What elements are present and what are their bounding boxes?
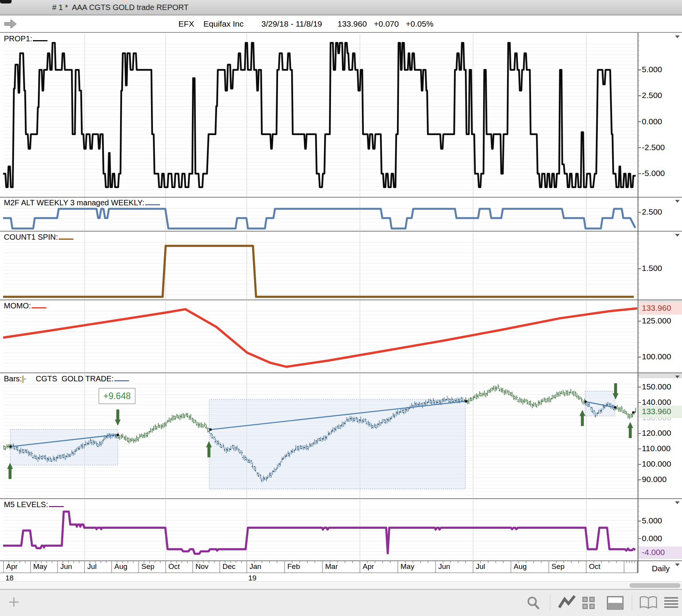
bar-style-glyph: |- — [22, 374, 26, 383]
panel-label-m2f: M2F ALT WEEKLY 3 managed WEEKLY: — [4, 198, 160, 207]
search-icon[interactable] — [524, 594, 542, 611]
signal-dot — [465, 400, 467, 403]
indicator-underscore — [33, 34, 48, 41]
signal-dot — [584, 400, 587, 403]
toolbar-separator — [632, 594, 632, 611]
signal-dot — [632, 411, 634, 413]
plus-icon[interactable] — [7, 594, 21, 610]
app-window: # 1 * AAA CGTS GOLD trade REPORT EFX Equ… — [0, 0, 682, 616]
panel-label-bars: Bars:|-CGTS GOLD TRADE: — [4, 374, 129, 383]
timeframe-dropdown[interactable]: Daily — [644, 564, 677, 573]
chart-canvas — [0, 0, 682, 581]
indicator-underscore — [59, 233, 73, 240]
book-icon[interactable] — [638, 594, 659, 611]
indicator-underscore — [114, 374, 129, 381]
menu-icon[interactable] — [662, 594, 680, 611]
indicator-underscore — [32, 301, 46, 308]
signal-dot — [9, 445, 12, 448]
indicator-underscore — [145, 198, 160, 205]
panel-label-count1: COUNT1 SPIN: — [4, 233, 73, 242]
trade-selection-box — [209, 399, 465, 489]
indicator-underscore — [49, 500, 64, 507]
grid-icon[interactable] — [580, 594, 598, 611]
panel-label-momo: MOMO: — [4, 301, 46, 310]
toolbar-separator — [550, 594, 550, 611]
signal-dot — [614, 406, 616, 408]
trade-selection-box — [10, 430, 118, 465]
horizontal-scrollbar — [0, 581, 682, 589]
bottom-toolbar — [0, 589, 682, 616]
flash-chart-icon[interactable] — [557, 594, 577, 611]
scrollbar-thumb[interactable] — [629, 583, 680, 588]
signal-dot — [117, 434, 119, 436]
panel-label-m5: M5 LEVELS: — [4, 500, 64, 509]
signal-dot — [209, 428, 212, 431]
split-panel-icon[interactable] — [606, 594, 625, 611]
panel-label-prop1: PROP1: — [4, 34, 48, 43]
